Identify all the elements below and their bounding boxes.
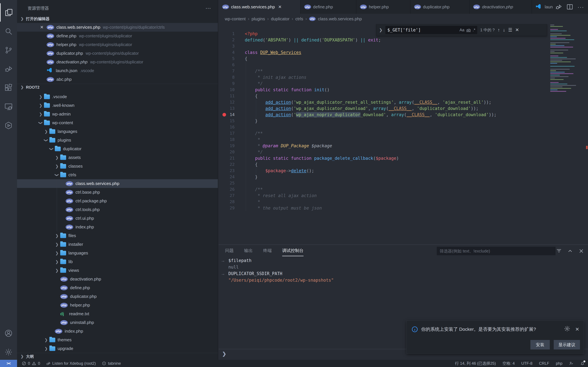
line-number[interactable]: 22 [218, 161, 235, 168]
tree-folder-assets[interactable]: ❯assets [17, 153, 218, 162]
tree-folder-.vscode[interactable]: ❯.vscode [17, 92, 218, 101]
tree-folder-files[interactable]: ❯files [17, 231, 218, 240]
next-match-icon[interactable]: ↓ [503, 27, 505, 33]
notifications-bell[interactable] [580, 361, 585, 366]
tree-file-ctrl.package.php[interactable]: phpctrl.package.php [17, 197, 218, 205]
tree-file-readme.txt[interactable]: djreadme.txt [17, 309, 218, 318]
notification-settings-icon[interactable] [564, 325, 571, 333]
tree-folder-views[interactable]: ❯views [17, 266, 218, 275]
tree-folder-lib[interactable]: ❯lib [17, 257, 218, 266]
more-actions-icon[interactable]: ··· [578, 4, 584, 10]
find-query[interactable]: $_GET['file'] [387, 27, 458, 33]
line-number[interactable]: 1 [218, 31, 235, 37]
tree-folder-wp-admin[interactable]: ❯wp-admin [17, 110, 218, 118]
line-number[interactable]: 8 [218, 74, 235, 80]
console-filter-input[interactable] [437, 247, 555, 255]
line-number[interactable]: 28 [218, 199, 235, 205]
tree-folder-themes[interactable]: ❯themes [17, 335, 218, 344]
tree-file-index.php[interactable]: phpindex.php [17, 327, 218, 335]
close-icon[interactable]: ✕ [40, 25, 46, 30]
tree-file-deactivation.php[interactable]: phpdeactivation.php [17, 275, 218, 284]
line-number[interactable]: 21 [218, 155, 235, 161]
code-line-29[interactable]: 29 * the output must be json [218, 205, 588, 211]
code-line-22[interactable]: 22 { [218, 161, 588, 168]
code-line-12[interactable]: 12 add_action('wp_ajax_duplicator_reset_… [218, 99, 588, 105]
code-line-28[interactable]: 28 * [218, 199, 588, 205]
code-line-3[interactable]: 3 [218, 43, 588, 49]
line-number[interactable]: 26 [218, 186, 235, 192]
code-line-17[interactable]: 17 /** [218, 130, 588, 136]
console-input-prompt[interactable]: ❯ [222, 351, 226, 357]
activitybar-run-and-debug-icon[interactable] [0, 60, 17, 78]
line-number[interactable]: 6 [218, 62, 235, 68]
breadcrumb-item[interactable]: wp-content [225, 17, 246, 21]
outline-section-header[interactable]: ❯ 大纲 [17, 353, 218, 360]
code-line-19[interactable]: 19 * @param DUP_Package $package [218, 143, 588, 149]
line-number[interactable]: 20 [218, 149, 235, 155]
open-editor-item[interactable]: phpduplicator.phpwp-content/plugins/dupl… [17, 49, 218, 58]
feedback-button[interactable] [569, 361, 574, 366]
panel-tab-输出[interactable]: 输出 [244, 245, 253, 256]
open-editor-item[interactable]: ✕phpclass.web.services.phpwp-content/plu… [17, 23, 218, 32]
code-line-18[interactable]: 18 * [218, 136, 588, 143]
code-line-5[interactable]: 5{ [218, 56, 588, 62]
tree-folder-.well-known[interactable]: ❯.well-known [17, 101, 218, 110]
code-line-7[interactable]: 7 /** [218, 68, 588, 74]
activitybar-explorer-icon[interactable] [0, 3, 17, 22]
code-line-25[interactable]: 25 [218, 180, 588, 186]
notification-close-icon[interactable]: ✕ [575, 326, 579, 332]
tab-helper.php[interactable]: phphelper.php [356, 0, 410, 14]
open-editor-item[interactable]: phphelper.phpwp-content/plugins/duplicat… [17, 40, 218, 49]
code-editor[interactable]: 1<?php2defined('ABSPATH') || defined('DU… [218, 24, 588, 244]
line-number[interactable]: 14 [218, 112, 235, 118]
cursor-position[interactable]: 行 14, 列 46 (已选择25) [455, 361, 496, 366]
tree-folder-wp-content[interactable]: ❯wp-content [17, 118, 218, 127]
breadcrumb-item[interactable]: ctrls [295, 17, 303, 21]
line-number[interactable]: 3 [218, 43, 235, 49]
tree-folder-duplicator[interactable]: ❯duplicator [17, 144, 218, 153]
line-number[interactable]: 5 [218, 56, 235, 62]
remote-indicator[interactable]: >< [0, 360, 17, 367]
tab-define.php[interactable]: phpdefine.php [301, 0, 356, 14]
tree-file-ctrl.tools.php[interactable]: phpctrl.tools.php [17, 205, 218, 214]
activitybar-extensions-icon[interactable] [0, 79, 17, 97]
whole-word-icon[interactable]: ab [466, 28, 471, 32]
line-number[interactable]: 25 [218, 180, 235, 186]
code-line-4[interactable]: 4class DUP_Web_Services [218, 49, 588, 56]
line-number[interactable]: 18 [218, 136, 235, 143]
panel-tab-调试控制台[interactable]: 调试控制台 [282, 245, 303, 256]
root-folder-section-header[interactable]: ❯ ROOT2 [17, 84, 218, 91]
tree-file-class.web.services.php[interactable]: phpclass.web.services.php [17, 179, 218, 188]
code-line-26[interactable]: 26 /** [218, 186, 588, 192]
tree-folder-languages[interactable]: ❯languages [17, 127, 218, 136]
tree-folder-languages[interactable]: ❯languages [17, 249, 218, 257]
line-number[interactable]: 19 [218, 143, 235, 149]
tree-file-index.php[interactable]: phpindex.php [17, 223, 218, 231]
line-number[interactable]: 24 [218, 174, 235, 180]
code-line-14[interactable]: 14 add_action('wp_ajax_nopriv_duplicator… [218, 112, 588, 118]
open-editors-section-header[interactable]: ❯ 打开的编辑器 [17, 15, 218, 22]
filter-icon[interactable] [556, 248, 562, 254]
open-editor-item[interactable]: phpdeactivation.phpwp-content/plugins/du… [17, 58, 218, 66]
breadcrumb-item[interactable]: duplicator [271, 17, 290, 21]
code-line-20[interactable]: 20 */ [218, 149, 588, 155]
previous-match-icon[interactable]: ↑ [498, 27, 500, 33]
tree-folder-ctrls[interactable]: ❯ctrls [17, 171, 218, 179]
problems-indicator[interactable]: 0 0 [22, 361, 40, 366]
code-line-13[interactable]: 13 add_action('wp_ajax_duplicator_downlo… [218, 105, 588, 112]
match-case-icon[interactable]: Aa [459, 28, 464, 32]
tree-file-ctrl.base.php[interactable]: phpctrl.base.php [17, 188, 218, 197]
encoding[interactable]: UTF-8 [521, 361, 532, 366]
code-line-9[interactable]: 9 */ [218, 80, 588, 87]
code-line-24[interactable]: 24 } [218, 174, 588, 180]
tab-deactivation.php[interactable]: phpdeactivation.php [469, 0, 532, 14]
find-in-selection-icon[interactable]: ☰ [508, 27, 512, 33]
activitybar-hexagon-play-icon[interactable] [0, 116, 17, 135]
activitybar-accounts-icon[interactable] [0, 324, 17, 342]
find-input[interactable]: $_GET['file'] Aa ab .* [385, 26, 477, 34]
show-recommendations-button[interactable]: 显示建议 [554, 340, 580, 350]
code-line-11[interactable]: 11 { [218, 93, 588, 99]
tree-folder-classes[interactable]: ❯classes [17, 162, 218, 171]
panel-tab-终端[interactable]: 终端 [263, 245, 272, 256]
regex-icon[interactable]: .* [473, 28, 475, 32]
